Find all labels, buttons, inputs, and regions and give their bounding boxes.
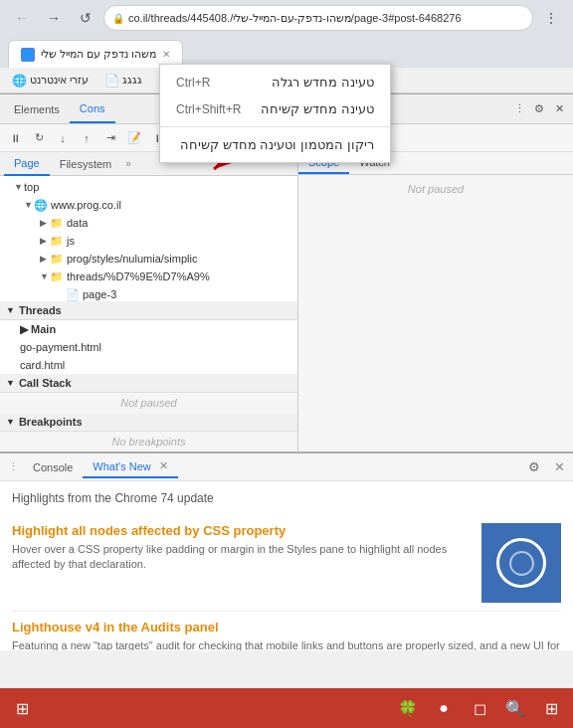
console-panel: ⋮ Console What's New ✕ ⚙ ✕ Highlights fr… <box>0 452 573 650</box>
tab-filesystem[interactable]: Filesystem <box>50 152 122 176</box>
tree-label: www.prog.co.il <box>51 199 121 211</box>
section-title: Call Stack <box>19 377 72 389</box>
context-menu-shortcut: Ctrl+R <box>176 76 210 90</box>
tab-close-button[interactable]: ✕ <box>162 49 170 60</box>
tab-favicon: 🌐 <box>21 48 35 62</box>
folder-icon: 📁 <box>50 271 64 283</box>
toolbar-step-button[interactable]: ⇥ <box>99 127 121 149</box>
section-arrow-icon: ▼ <box>6 378 15 388</box>
toolbar-blackbox-button[interactable]: 📝 <box>123 127 145 149</box>
callstack-empty: Not paused <box>0 393 297 413</box>
thread-item[interactable]: card.html <box>0 356 297 374</box>
devtools-close-button[interactable]: ✕ <box>549 99 569 119</box>
context-menu-item-reload[interactable]: טעינה מחדש רגלה Ctrl+R <box>160 69 390 95</box>
taskbar-windows-icon[interactable]: ◻ <box>466 694 493 722</box>
tree-arrow-icon: ▶ <box>40 218 50 228</box>
update-card: Lighthouse v4 in the Audits panel Featur… <box>12 612 561 650</box>
console-tab[interactable]: Console <box>23 457 83 477</box>
refresh-button[interactable]: ↺ <box>72 4 99 32</box>
update-heading: Lighthouse v4 in the Audits panel <box>12 620 561 635</box>
context-menu-divider <box>160 126 390 127</box>
callstack-section: ▼ Call Stack Not paused <box>0 374 297 413</box>
whats-new-title: Highlights from the Chrome 74 update <box>12 491 561 505</box>
tab-page[interactable]: Page <box>4 152 50 176</box>
taskbar-start-icon[interactable]: ⊞ <box>8 694 36 722</box>
devtools-split-view: Page Filesystem » ▼ top ▼ 🌐 www.p <box>0 152 573 452</box>
bookmark-label: עזרי אינטרנט <box>30 74 89 87</box>
tree-label: threads/%D7%9E%D7%A9% <box>67 271 210 282</box>
folder-icon: 📁 <box>50 217 64 230</box>
section-arrow-icon: ▼ <box>6 417 15 427</box>
devtools-tab-cons[interactable]: Cons <box>70 94 115 123</box>
breakpoints-section-header[interactable]: ▼ Breakpoints <box>0 413 297 432</box>
devtools-settings-button[interactable]: ⚙ <box>529 99 549 119</box>
file-icon: 📄 <box>66 288 80 301</box>
tree-label: data <box>67 217 88 229</box>
taskbar-winlogo-icon[interactable]: ⊞ <box>537 694 565 722</box>
bookmark-label: גגגג <box>122 74 142 87</box>
toolbar-step-into-button[interactable]: ↓ <box>52 127 74 149</box>
toolbar-step-out-button[interactable]: ↑ <box>76 127 97 149</box>
forward-button[interactable]: → <box>40 4 68 32</box>
tree-label: prog/styles/nulumia/simplic <box>67 253 197 265</box>
address-bar[interactable]: 🔒 co.il/threads/445408./משהו-נדפק-עם-המי… <box>103 5 533 31</box>
bookmark-item[interactable]: 🌐 עזרי אינטרנט <box>8 72 93 90</box>
thread-item[interactable]: go-payment.html <box>0 338 297 356</box>
world-icon: 🌐 <box>34 199 48 212</box>
tree-item[interactable]: ▶ 📁 js <box>0 232 297 250</box>
taskbar-clover-icon[interactable]: 🍀 <box>394 694 422 722</box>
taskbar: ⊞ 🍀 ● ◻ 🔍 ⊞ <box>0 688 573 728</box>
right-panel-not-paused: Not paused <box>298 175 573 203</box>
update-heading: Highlight all nodes affected by CSS prop… <box>12 523 472 538</box>
bookmark-item[interactable]: 📄 גגגג <box>100 72 146 90</box>
bookmark-icon: 📄 <box>104 74 119 88</box>
console-settings-icon[interactable]: ⚙ <box>522 459 546 474</box>
devtools-tab-elements[interactable]: Elements <box>4 94 70 123</box>
context-menu-item-hard-reload[interactable]: טעינה מחדש קשיחה Ctrl+Shift+R <box>160 95 390 122</box>
tree-arrow-icon: ▼ <box>40 272 50 281</box>
section-arrow-icon: ▼ <box>6 305 15 315</box>
more-button[interactable]: ⋮ <box>537 4 565 32</box>
devtools-more-button[interactable]: ⋮ <box>509 99 529 119</box>
threads-section: ▼ Threads ▶ Main go-payment.html card.ht… <box>0 301 297 374</box>
console-close-button[interactable]: ✕ <box>550 459 569 474</box>
breakpoints-empty: No breakpoints <box>0 432 297 452</box>
tab-close-button[interactable]: ✕ <box>159 459 168 472</box>
tree-item[interactable]: ▶ 📁 data <box>0 214 297 232</box>
taskbar-chrome-icon[interactable]: ● <box>430 694 458 722</box>
thread-main-item[interactable]: ▶ Main <box>0 320 297 338</box>
address-text: co.il/threads/445408./משהו-נדפק-עם-המייל… <box>128 12 462 25</box>
threads-section-header[interactable]: ▼ Threads <box>0 301 297 320</box>
context-menu-label: ריקון המטמון וטעינה מחדש קשיחה <box>180 137 373 152</box>
toolbar-pause-button[interactable]: ⏸ <box>4 127 26 149</box>
tree-item[interactable]: 📄 page-3 <box>0 285 297 301</box>
folder-icon: 📁 <box>50 253 64 266</box>
context-menu-item-clear-cache[interactable]: ריקון המטמון וטעינה מחדש קשיחה <box>160 131 390 158</box>
folder-icon: 📁 <box>50 235 64 248</box>
tree-label: page-3 <box>83 288 116 300</box>
context-menu-label: טעינה מחדש רגלה <box>272 75 373 90</box>
more-tabs-button[interactable]: » <box>125 158 131 169</box>
back-button[interactable]: ← <box>8 4 36 32</box>
tree-item[interactable]: ▼ 📁 threads/%D7%9E%D7%A9% <box>0 268 297 285</box>
whats-new-tab[interactable]: What's New ✕ <box>83 455 177 478</box>
devtools-right-panel: Scope Watch Not paused <box>298 152 573 452</box>
tree-item[interactable]: ▼ 🌐 www.prog.co.il <box>0 196 297 214</box>
tree-arrow-icon: ▶ <box>40 236 50 246</box>
toolbar-step-over-button[interactable]: ↻ <box>28 127 50 149</box>
blueprint-inner-circle <box>509 551 534 576</box>
context-menu-label: טעינה מחדש קשיחה <box>261 101 373 116</box>
chrome-top-bar: ← → ↺ 🔒 co.il/threads/445408./משהו-נדפק-… <box>0 0 573 36</box>
console-dots-button[interactable]: ⋮ <box>4 460 23 473</box>
devtools-left-panel: Page Filesystem » ▼ top ▼ 🌐 www.p <box>0 152 298 452</box>
threads-section-content: ▶ Main go-payment.html card.html <box>0 320 297 374</box>
context-menu: טעינה מחדש רגלה Ctrl+R טעינה מחדש קשיחה … <box>159 64 391 163</box>
browser-tab-active[interactable]: 🌐 משהו נדפק עם המייל שלי ✕ <box>8 40 183 68</box>
tree-item[interactable]: ▶ 📁 prog/styles/nulumia/simplic <box>0 250 297 268</box>
callstack-section-header[interactable]: ▼ Call Stack <box>0 374 297 393</box>
taskbar-search-icon[interactable]: 🔍 <box>501 694 529 722</box>
file-tree: ▼ top ▼ 🌐 www.prog.co.il ▶ 📁 data <box>0 176 297 301</box>
tree-item[interactable]: ▼ top <box>0 178 297 196</box>
update-card: Highlight all nodes affected by CSS prop… <box>12 515 561 612</box>
update-text: Hover over a CSS property like padding o… <box>12 542 472 573</box>
